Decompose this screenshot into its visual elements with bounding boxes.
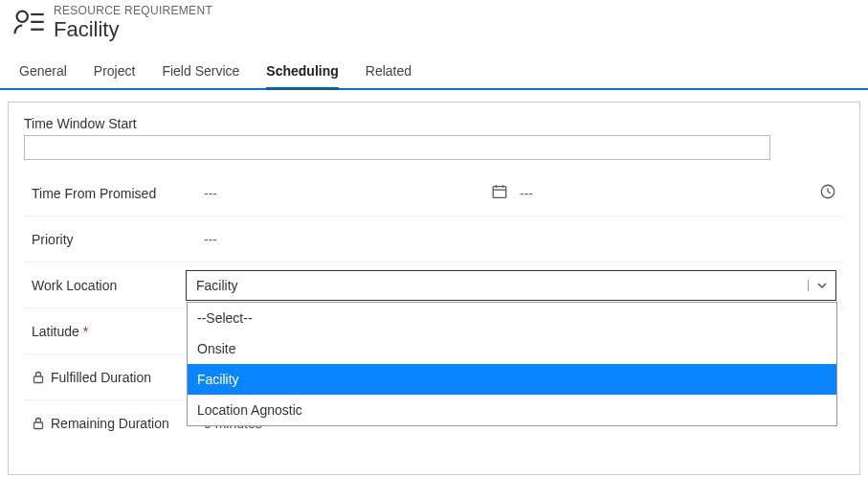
svg-rect-4 [493,187,506,198]
row-priority: Priority --- [24,216,844,262]
row-time-from-promised: Time From Promised --- --- [24,170,844,216]
row-work-location: Work Location Facility --Select-- Onsite… [24,262,844,307]
calendar-icon[interactable] [491,183,508,203]
required-indicator: * [83,324,88,339]
tab-related[interactable]: Related [366,56,412,88]
latitude-label: Latitude * [32,324,204,339]
tab-scheduling[interactable]: Scheduling [266,56,338,88]
time-from-promised-time-value[interactable]: --- [520,186,533,201]
fulfilled-duration-label: Fulfilled Duration [32,370,204,385]
work-location-select[interactable]: Facility --Select-- Onsite Facility Loca… [186,270,836,301]
time-window-start-label: Time Window Start [24,116,844,131]
lock-icon [32,417,45,430]
chevron-down-icon [808,280,828,291]
svg-point-0 [17,11,28,22]
option-onsite[interactable]: Onsite [188,333,836,364]
tab-field-service[interactable]: Field Service [162,56,239,88]
priority-label: Priority [32,232,204,247]
lock-icon [32,371,45,384]
work-location-label: Work Location [32,278,186,293]
page-title: Facility [54,17,212,42]
entity-icon [11,6,46,40]
tab-bar: General Project Field Service Scheduling… [0,56,868,90]
option-facility[interactable]: Facility [188,364,836,395]
remaining-duration-label: Remaining Duration [32,416,204,431]
time-from-promised-date-value[interactable]: --- [204,186,481,201]
tab-general[interactable]: General [19,56,67,88]
option-location-agnostic[interactable]: Location Agnostic [188,395,836,425]
page-header: RESOURCE REQUIREMENT Facility [0,0,868,50]
time-from-promised-label: Time From Promised [32,186,204,201]
work-location-dropdown: --Select-- Onsite Facility Location Agno… [187,302,837,426]
option-select-placeholder[interactable]: --Select-- [188,303,836,333]
priority-value[interactable]: --- [204,232,217,247]
form-panel: Time Window Start Time From Promised --- [8,102,860,475]
svg-rect-10 [34,422,43,429]
work-location-value: Facility [196,278,808,293]
time-window-start-input[interactable] [24,135,770,160]
tab-project[interactable]: Project [94,56,136,88]
clock-icon[interactable] [819,183,836,203]
svg-rect-9 [34,376,43,383]
breadcrumb: RESOURCE REQUIREMENT [54,4,212,17]
